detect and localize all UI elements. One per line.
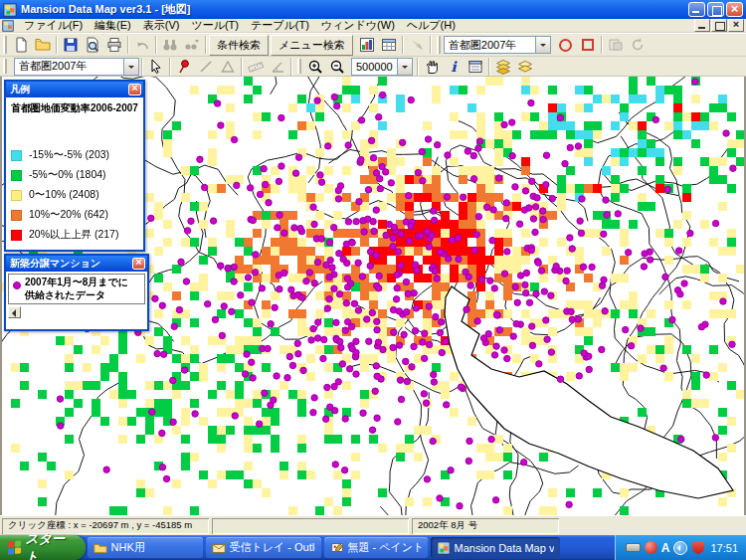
toolbar-grip[interactable]	[297, 59, 301, 74]
toolbar-separator	[241, 58, 243, 76]
task-paint[interactable]: 無題 - ペイント	[324, 537, 428, 558]
polygon-tool-button[interactable]	[217, 58, 239, 76]
scale-combobox[interactable]: 500000	[351, 58, 413, 76]
region-combobox[interactable]: 首都圏2007年	[444, 36, 551, 54]
form-view-button[interactable]	[465, 58, 486, 76]
task-label: Mansion Data Map v...	[455, 542, 554, 554]
undo-button[interactable]	[131, 35, 153, 55]
menu-tools[interactable]: ツール(T)	[185, 18, 245, 33]
toolbar-grip[interactable]	[3, 59, 7, 74]
hide-icons-chevron-icon[interactable]	[673, 541, 687, 555]
measure-angle-button[interactable]	[267, 58, 288, 76]
measure-distance-button[interactable]	[245, 58, 267, 76]
task-outlook[interactable]: 受信トレイ - Outlook ...	[206, 537, 321, 558]
zoom-in-button[interactable]	[304, 58, 326, 76]
pin-tool-button[interactable]	[173, 58, 195, 76]
legend-close-icon[interactable]	[128, 84, 141, 95]
thematic-map-button[interactable]	[356, 35, 378, 55]
open-button[interactable]	[32, 35, 54, 55]
chart-map-icon	[359, 37, 375, 53]
find-button[interactable]	[159, 35, 181, 55]
status-ball-tray-icon[interactable]	[645, 541, 657, 554]
mdi-restore-button[interactable]	[711, 19, 727, 32]
menu-bar: ファイル(F) 編集(E) 表示(V) ツール(T) テーブル(T) ウィンドウ…	[0, 19, 746, 33]
layer-combo-value: 首都圏2007年	[15, 59, 123, 74]
info-tool-button[interactable]: i	[443, 58, 465, 76]
condition-search-button[interactable]: 条件検索	[209, 35, 269, 56]
legend-item: -15%〜-5% (203)	[11, 145, 140, 165]
find-next-button[interactable]	[181, 35, 203, 55]
red-circle-icon	[559, 39, 572, 52]
legend-swatch-yellow	[11, 190, 22, 201]
device-tray-icon[interactable]	[626, 543, 641, 552]
toolbar-separator	[488, 58, 490, 76]
menu-edit[interactable]: 編集(E)	[89, 18, 137, 33]
legend-label: 20%以上上昇 (217)	[29, 228, 118, 242]
mansion-window-titlebar[interactable]: 新築分譲マンション	[6, 256, 147, 272]
legend-item: -5%〜0% (1804)	[11, 165, 140, 185]
ime-indicator-icon[interactable]: A	[661, 541, 670, 555]
chevron-down-icon[interactable]	[123, 59, 138, 75]
zoom-out-button[interactable]	[326, 58, 348, 76]
legend-item: 0〜10% (2408)	[11, 185, 140, 205]
toolbar-separator	[127, 36, 129, 54]
mansion-close-icon[interactable]	[132, 258, 145, 270]
security-shield-icon[interactable]	[691, 541, 704, 555]
mdi-minimize-button[interactable]	[694, 19, 710, 32]
zoom-in-icon	[307, 59, 323, 75]
select-circle-button[interactable]	[555, 35, 577, 55]
legend-window-titlebar[interactable]: 凡例	[6, 82, 143, 97]
table-icon	[381, 37, 397, 53]
start-label: スタート	[25, 530, 76, 560]
menu-help[interactable]: ヘルプ(H)	[401, 18, 462, 33]
task-mansion-data-map[interactable]: Mansion Data Map v...	[431, 537, 560, 558]
menu-table[interactable]: テーブル(T)	[245, 18, 315, 33]
chevron-down-icon[interactable]	[397, 59, 412, 75]
legend-swatch-red	[11, 230, 22, 241]
menu-view[interactable]: 表示(V)	[137, 18, 186, 33]
line-tool-button[interactable]	[195, 58, 217, 76]
layers-icon	[495, 59, 511, 75]
legend-swatch-orange	[11, 210, 22, 221]
toolbar-grip[interactable]	[3, 36, 7, 54]
pushpin-icon	[176, 59, 192, 75]
mansion-text-line1: 2007年1月〜8月までに	[25, 277, 128, 287]
layer-control-button[interactable]	[492, 58, 514, 76]
toolbar-grip[interactable]	[437, 36, 441, 54]
task-nhk-folder[interactable]: NHK用	[88, 537, 203, 558]
mansion-window: 新築分譲マンション 2007年1月〜8月までに 供給されたデータ	[4, 254, 149, 331]
app-icon	[3, 3, 17, 17]
scroll-left-button[interactable]	[8, 306, 21, 318]
legend-swatch-green	[11, 170, 22, 181]
menu-window[interactable]: ウィンドウ(W)	[315, 18, 401, 33]
pointer-link-button[interactable]	[406, 35, 428, 55]
scale-combo-value: 500000	[352, 61, 397, 73]
new-button[interactable]	[10, 35, 32, 55]
select-pointer-button[interactable]	[145, 58, 167, 76]
table-view-button[interactable]	[378, 35, 400, 55]
pan-tool-button[interactable]	[421, 58, 443, 76]
status-empty-panel	[212, 518, 409, 534]
start-button[interactable]: スタート	[0, 535, 86, 560]
restore-button[interactable]	[707, 2, 724, 17]
menu-file[interactable]: ファイル(F)	[18, 18, 89, 33]
window-title: Mansion Data Map ver3.1 - [地図]	[21, 2, 191, 17]
print-button[interactable]	[103, 35, 125, 55]
toolbar-separator	[141, 58, 143, 76]
refresh-selection-button[interactable]	[627, 35, 649, 55]
mdi-close-button[interactable]	[728, 19, 744, 32]
close-button[interactable]	[726, 2, 743, 17]
toolbar-separator	[155, 36, 157, 54]
chevron-down-icon[interactable]	[535, 37, 550, 53]
toolbar-separator	[417, 58, 419, 76]
save-selection-button[interactable]	[605, 35, 627, 55]
menu-search-button[interactable]: メニュー検索	[271, 35, 353, 56]
layer-list-button[interactable]	[514, 58, 536, 76]
save-button[interactable]	[60, 35, 82, 55]
layer-combobox[interactable]: 首都圏2007年	[14, 58, 139, 76]
zoom-out-icon	[329, 59, 345, 75]
minimize-button[interactable]	[688, 2, 705, 17]
print-preview-button[interactable]	[82, 35, 103, 55]
system-tray: A 17:51	[616, 535, 746, 560]
select-rectangle-button[interactable]	[577, 35, 599, 55]
